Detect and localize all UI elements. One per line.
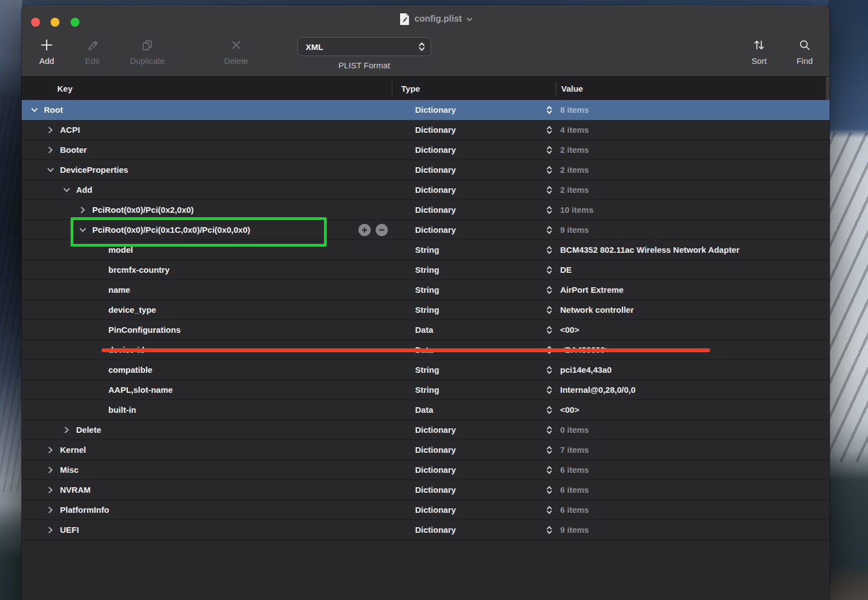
type-stepper-icon[interactable] [546,360,552,379]
disclosure-collapsed-icon[interactable] [46,446,56,454]
value-cell[interactable]: <BA430000> [560,340,610,359]
row-uefi[interactable]: UEFIDictionary9 items [22,520,830,540]
row-delete[interactable]: DeleteDictionary0 items [22,420,830,440]
type-stepper-icon[interactable] [546,240,552,259]
row-aapl-slot-name[interactable]: AAPL,slot-nameStringInternal@0,28,0/0,0 [22,380,830,400]
row-booter[interactable]: BooterDictionary2 items [22,140,830,160]
type-stepper-icon[interactable] [546,160,552,179]
column-divider[interactable] [392,82,392,95]
add-button[interactable]: Add [22,38,72,66]
disclosure-collapsed-icon[interactable] [46,506,56,514]
type-cell[interactable]: String [415,260,439,279]
type-stepper-icon[interactable] [546,120,552,139]
type-stepper-icon[interactable] [546,500,552,519]
type-cell[interactable]: String [415,240,439,259]
type-stepper-icon[interactable] [546,220,552,239]
disclosure-expanded-icon[interactable] [29,106,39,114]
type-stepper-icon[interactable] [546,180,552,199]
value-cell[interactable]: BCM4352 802.11ac Wireless Network Adapte… [560,240,740,259]
disclosure-collapsed-icon[interactable] [46,466,56,474]
type-cell[interactable]: Data [415,320,433,339]
row-compatible[interactable]: compatibleStringpci14e4,43a0 [22,360,830,380]
value-cell[interactable]: AirPort Extreme [560,280,623,299]
type-cell[interactable]: Dictionary [415,440,456,459]
edit-button[interactable]: Edit [67,38,117,66]
type-cell[interactable]: Dictionary [415,180,456,199]
window-title[interactable]: config.plist [415,14,462,24]
type-stepper-icon[interactable] [546,520,552,539]
row-pinconfigurations[interactable]: PinConfigurationsData<00> [22,320,830,340]
type-cell[interactable]: Dictionary [415,160,456,179]
type-cell[interactable]: String [415,300,439,319]
type-cell[interactable]: Dictionary [415,120,456,139]
type-cell[interactable]: Dictionary [415,100,456,119]
type-cell[interactable]: Dictionary [415,520,456,539]
duplicate-button[interactable]: Duplicate [122,38,172,66]
plist-format-popup[interactable]: XML [297,37,431,56]
disclosure-expanded-icon[interactable] [46,166,56,174]
sort-button[interactable]: Sort [734,38,784,66]
type-stepper-icon[interactable] [546,260,552,279]
type-cell[interactable]: Data [415,340,433,359]
delete-button[interactable]: Delete [211,38,261,66]
type-stepper-icon[interactable] [546,100,552,119]
row-name[interactable]: nameStringAirPort Extreme [22,280,830,300]
type-stepper-icon[interactable] [546,340,552,359]
value-cell[interactable]: DE [560,260,572,279]
disclosure-collapsed-icon[interactable] [78,206,88,214]
type-stepper-icon[interactable] [546,480,552,499]
type-stepper-icon[interactable] [546,320,552,339]
disclosure-expanded-icon[interactable] [78,226,88,234]
type-cell[interactable]: String [415,280,439,299]
row-built-in[interactable]: built-inData<00> [22,400,830,420]
row-add[interactable]: AddDictionary2 items [22,180,830,200]
disclosure-collapsed-icon[interactable] [62,426,72,434]
value-cell[interactable]: <00> [560,320,579,339]
value-cell[interactable]: Network controller [560,300,634,319]
row-device-type[interactable]: device_typeStringNetwork controller [22,300,830,320]
type-stepper-icon[interactable] [546,200,552,219]
type-cell[interactable]: Dictionary [415,420,456,439]
type-stepper-icon[interactable] [546,280,552,299]
value-cell[interactable]: pci14e4,43a0 [560,360,612,379]
row-platforminfo[interactable]: PlatformInfoDictionary6 items [22,500,830,520]
type-cell[interactable]: String [415,380,439,399]
value-cell[interactable]: Internal@0,28,0/0,0 [560,380,636,399]
row-brcmfx-country[interactable]: brcmfx-countryStringDE [22,260,830,280]
type-cell[interactable]: Dictionary [415,460,456,479]
value-cell[interactable]: <00> [560,400,579,419]
remove-row-button[interactable] [376,224,388,236]
type-cell[interactable]: Dictionary [415,500,456,519]
column-divider[interactable] [556,82,556,95]
row-deviceproperties[interactable]: DevicePropertiesDictionary2 items [22,160,830,180]
row-device-id[interactable]: device-idData<BA430000> [22,340,830,360]
disclosure-expanded-icon[interactable] [62,186,72,194]
row-kernel[interactable]: KernelDictionary7 items [22,440,830,460]
disclosure-collapsed-icon[interactable] [46,526,56,534]
type-stepper-icon[interactable] [546,440,552,459]
type-stepper-icon[interactable] [546,460,552,479]
type-cell[interactable]: Dictionary [415,200,456,219]
row-pciroot-0x0-pci-0x2-0x0[interactable]: PciRoot(0x0)/Pci(0x2,0x0)Dictionary10 it… [22,200,830,220]
type-cell[interactable]: Dictionary [415,220,456,239]
type-cell[interactable]: Dictionary [415,140,456,159]
type-stepper-icon[interactable] [546,380,552,399]
add-child-button[interactable] [358,224,371,236]
disclosure-collapsed-icon[interactable] [46,486,56,494]
row-nvram[interactable]: NVRAMDictionary6 items [22,480,830,500]
title-chevron-icon[interactable] [466,17,473,22]
row-model[interactable]: modelStringBCM4352 802.11ac Wireless Net… [22,240,830,260]
disclosure-collapsed-icon[interactable] [46,126,56,134]
row-root[interactable]: RootDictionary8 items [22,100,830,120]
type-stepper-icon[interactable] [546,420,552,439]
find-button[interactable]: Find [780,38,830,66]
disclosure-collapsed-icon[interactable] [46,146,56,154]
type-stepper-icon[interactable] [546,300,552,319]
row-acpi[interactable]: ACPIDictionary4 items [22,120,830,140]
type-stepper-icon[interactable] [546,140,552,159]
document-proxy-icon[interactable] [400,13,410,26]
type-stepper-icon[interactable] [546,400,552,419]
row-pciroot-0x0-pci-0x1c-0x0-pci-0x0-0x0[interactable]: PciRoot(0x0)/Pci(0x1C,0x0)/Pci(0x0,0x0)D… [22,220,830,240]
type-cell[interactable]: Data [415,400,433,419]
type-cell[interactable]: String [415,360,439,379]
